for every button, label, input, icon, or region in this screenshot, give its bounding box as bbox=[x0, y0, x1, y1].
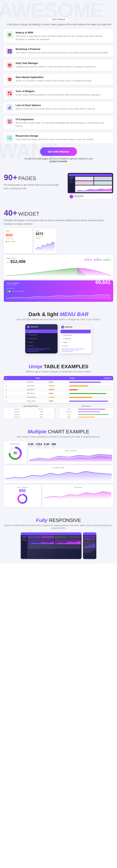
device-inner-mobile bbox=[83, 532, 96, 559]
mini-db-body bbox=[69, 177, 112, 192]
open-campaign-row: Open campaign 892 Link Sales bbox=[4, 485, 113, 507]
dark-menu-dot-1 bbox=[27, 331, 28, 332]
num-item-4: 499 Conv. bbox=[52, 443, 56, 447]
gauge-card: Performance 25 bbox=[4, 441, 27, 464]
mobile-card-1 bbox=[84, 536, 95, 538]
dark-menu-dot-5 bbox=[27, 345, 28, 346]
device-content-mobile bbox=[83, 535, 96, 559]
device-card-row-1 bbox=[28, 536, 81, 538]
widget-previews: Deal 800 Used cars 101 800 Med $272 By t… bbox=[4, 228, 113, 253]
install-sparkline bbox=[6, 293, 111, 299]
svg-rect-13 bbox=[10, 106, 11, 109]
dark-menu-pages[interactable]: Pages bbox=[25, 340, 58, 344]
light-menu-dashboard[interactable]: Dashboard bbox=[60, 330, 91, 333]
dark-menu-components[interactable]: Components bbox=[25, 333, 58, 337]
feature-title-responsive: Responsive Design bbox=[16, 134, 94, 137]
mini-card-2 bbox=[94, 177, 112, 181]
sparkline-svg bbox=[45, 489, 111, 499]
ts-row: Product D $640 +2% bbox=[4, 416, 58, 418]
table-small-1: Top Selling Products Product A $1,200 +1… bbox=[4, 404, 58, 418]
dc-table bbox=[28, 545, 81, 549]
dark-menu-ui[interactable]: UI Elements bbox=[25, 337, 58, 340]
feature-item-responsive: Responsive Design Fully responsive desig… bbox=[4, 132, 113, 144]
area-chart-card: Traffic Overview bbox=[28, 448, 113, 464]
pages-row: 90+ PAGES Pre made pages to get started … bbox=[4, 173, 113, 200]
pages-label: PAGES bbox=[18, 175, 36, 181]
svg-rect-14 bbox=[8, 120, 9, 121]
used-cars-label: Used cars bbox=[6, 238, 30, 240]
table-section-title: Uniqe TABLE EXAMPLES bbox=[4, 364, 113, 370]
stat-dot-2: 800 bbox=[11, 241, 15, 242]
light-sidebar-card: M MENTOR Dashboard Components UI Element… bbox=[59, 324, 92, 353]
device-topbar-mobile bbox=[83, 532, 96, 535]
light-menu-components[interactable]: Components bbox=[60, 333, 92, 337]
feature-item-bootstrap: B Bootstrap 4 Powered The mentor is base… bbox=[4, 46, 113, 57]
pages-section: 90+ PAGES Pre made pages to get started … bbox=[0, 168, 117, 204]
th-num: # bbox=[6, 377, 7, 379]
svg-text:node: node bbox=[8, 34, 11, 35]
table-preview: # Name Status Progress 1 John Doe Active… bbox=[4, 376, 113, 403]
dark-bar-3 bbox=[27, 351, 38, 352]
light-bar-1 bbox=[61, 348, 84, 349]
chart-subtitle: Vast range of chart examples to choose t… bbox=[4, 435, 113, 438]
install-toggle[interactable] bbox=[6, 290, 11, 292]
th-status: Status bbox=[69, 377, 75, 379]
depth-total-value: $12,456 bbox=[10, 259, 26, 264]
bootstrap-icon: B bbox=[6, 48, 13, 55]
dark-menu-charts[interactable]: Charts bbox=[25, 344, 58, 347]
light-menu-pages[interactable]: Pages bbox=[60, 341, 92, 344]
feature-title-ui: UI Components bbox=[16, 118, 111, 121]
device-inner-desktop bbox=[21, 532, 82, 559]
dc-chart-2 bbox=[55, 539, 81, 545]
feature-item-widgets: Tons of Widgets A wide range of prebuilt… bbox=[4, 88, 113, 99]
svg-text:☕: ☕ bbox=[8, 64, 11, 67]
depth-high-val: $9,346.00 bbox=[94, 259, 101, 261]
price-label: Med bbox=[36, 230, 55, 232]
feature-text-bootstrap: Bootstrap 4 Powered The mentor is based … bbox=[16, 48, 109, 54]
light-bar-2 bbox=[61, 350, 79, 350]
feature-text-widgets: Tons of Widgets A wide range of prebuilt… bbox=[16, 90, 101, 96]
mobile-bar-1 bbox=[84, 549, 95, 551]
ts-row: Orders bbox=[59, 416, 113, 418]
responsive-title: Fully RESPONSIVE bbox=[4, 518, 113, 523]
widget-section: 40+ WIDGET Premake html pages Lorem ipsu… bbox=[0, 204, 117, 306]
light-menu-charts[interactable]: Charts bbox=[60, 344, 92, 348]
feature-desc-ui: Mentor offers a wide range of UI element… bbox=[16, 121, 111, 128]
widget-stat: 40+ bbox=[4, 209, 17, 217]
device-topbar-desktop bbox=[21, 532, 82, 535]
area-chart-title: Traffic Overview bbox=[29, 450, 112, 452]
dark-menu-dashboard[interactable]: Dashboard bbox=[25, 330, 58, 333]
dark-menu-dot-2 bbox=[27, 335, 28, 335]
depth-legend: From $9,250.45 High $9,346.00 Last $9,46… bbox=[84, 257, 111, 261]
pages-stat: 90+ bbox=[4, 173, 17, 182]
num-item-3: 9.3K Clicks bbox=[44, 443, 50, 447]
ts-row: Revenue bbox=[59, 410, 113, 413]
mini-chart-line bbox=[75, 185, 112, 192]
oc-number: 892 bbox=[6, 488, 39, 493]
feature-title-widgets: Tons of Widgets bbox=[16, 90, 101, 93]
used-cars-card: Deal 800 Used cars 101 800 bbox=[4, 228, 32, 253]
feature-title-chart: Lots of Chart Options bbox=[16, 104, 95, 107]
cta-button[interactable]: Get with Mentor bbox=[40, 147, 77, 156]
table-row: 4 Alice Brown Active bbox=[4, 392, 113, 395]
feature-title-bootstrap: Bootstrap 4 Powered bbox=[16, 48, 109, 51]
install-toggle-row: For the few years bbox=[6, 290, 111, 292]
feature-text-chart: Lots of Chart Options Mentor comes with … bbox=[16, 104, 95, 111]
gauge-title: Performance bbox=[6, 443, 25, 445]
dark-sidebar-header: M MENTOR bbox=[25, 324, 58, 330]
light-menu-ui[interactable]: UI Elements bbox=[60, 337, 92, 341]
core-feature-section: AWESOME Core Feature ...If the base is s… bbox=[0, 0, 117, 168]
gauge-center-value: 25 bbox=[13, 452, 17, 455]
feature-text-ui: UI Components Mentor offers a wide range… bbox=[16, 118, 111, 128]
device-desktop bbox=[21, 532, 82, 559]
dark-light-section: Dark & light MENU BAR Dark and light sid… bbox=[0, 306, 117, 358]
dc-4 bbox=[68, 536, 81, 538]
ui-icon bbox=[6, 118, 13, 125]
price-value: $272 bbox=[36, 232, 55, 236]
svg-rect-8 bbox=[10, 92, 11, 93]
feature-desc-nodejs: The mentor is powered by node.js and all… bbox=[16, 35, 111, 41]
numbers-and-area: 8.4K Total 17K4 Views 9.3K Clicks 499 Co… bbox=[28, 441, 113, 464]
feature-text-gulp: Gulp Task Manager Separate gulp tasks ar… bbox=[16, 62, 96, 68]
depth-last-val: $9,460.43 bbox=[103, 259, 111, 261]
th-progress: Progress bbox=[104, 377, 111, 379]
